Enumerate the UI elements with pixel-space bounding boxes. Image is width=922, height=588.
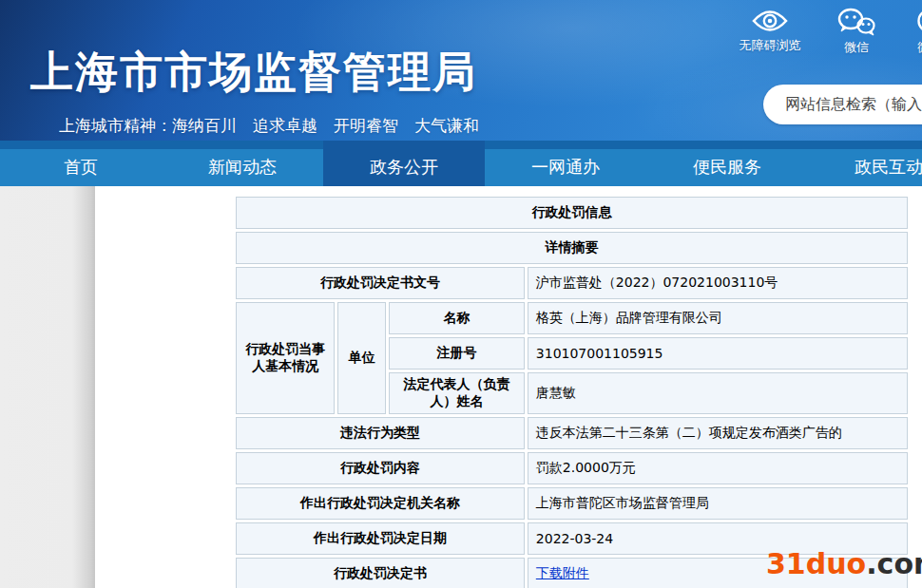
nav-item-gov-affairs[interactable]: 政务公开: [323, 149, 485, 186]
nav-item-one-stop[interactable]: 一网通办: [485, 149, 646, 186]
legal-rep-label: 法定代表人（负责人）姓名: [389, 372, 525, 414]
watermark-suffix: .com: [866, 547, 922, 580]
nav-item-interaction[interactable]: 政民互动: [808, 149, 922, 186]
penalty-label: 行政处罚内容: [236, 452, 525, 484]
nav-item-home[interactable]: 首页: [0, 149, 162, 186]
weibo-button[interactable]: 微博: [892, 8, 922, 56]
table-row: 违法行为类型 违反本法第二十三条第（二）项规定发布酒类广告的: [236, 417, 908, 449]
accessibility-label: 无障碍浏览: [740, 37, 801, 54]
watermark-brand: 31duo: [766, 547, 866, 580]
search-input[interactable]: [763, 85, 922, 124]
table-row: 详情摘要: [236, 232, 908, 264]
download-attachment-link[interactable]: 下载附件: [536, 565, 589, 580]
violation-value: 违反本法第二十三条第（二）项规定发布酒类广告的: [528, 417, 908, 449]
penalty-table: 行政处罚信息 详情摘要 行政处罚决定书文号 沪市监普处（2022）0720210…: [233, 194, 911, 588]
accessibility-button[interactable]: 无障碍浏览: [720, 8, 819, 54]
main-navbar: 首页 新闻动态 政务公开 一网通办 便民服务 政民互动: [0, 149, 922, 186]
violation-label: 违法行为类型: [236, 417, 525, 449]
wechat-label: 微信: [844, 39, 869, 56]
table-row: 行政处罚当事人基本情况 单位 名称 格英（上海）品牌管理有限公司: [236, 302, 908, 334]
legal-rep-value: 唐慧敏: [528, 372, 908, 414]
weibo-icon: [912, 8, 922, 36]
left-gutter: [0, 186, 95, 588]
page: 上海市市场监督管理局 上海城市精神：海纳百川 追求卓越 开明睿智 大气谦和 无障…: [0, 0, 922, 588]
decision-doc-label: 行政处罚决定书: [236, 558, 525, 588]
reg-no-label: 注册号: [389, 337, 525, 370]
table-row: 法定代表人（负责人）姓名 唐慧敏: [236, 372, 908, 414]
wechat-icon: [836, 8, 876, 36]
party-group-label: 行政处罚当事人基本情况: [236, 302, 335, 414]
name-label: 名称: [389, 302, 525, 334]
table-row: 行政处罚内容 罚款2.0000万元: [236, 452, 908, 484]
watermark: 31duo.com: [766, 547, 922, 580]
table-row: 注册号 310107001105915: [236, 337, 908, 370]
name-value: 格英（上海）品牌管理有限公司: [528, 302, 908, 334]
weibo-label: 微博: [917, 39, 922, 56]
table-subtitle: 详情摘要: [236, 232, 908, 264]
table-row: 作出行政处罚决定机关名称 上海市普陀区市场监督管理局: [236, 487, 908, 520]
nav-item-services[interactable]: 便民服务: [646, 149, 808, 186]
unit-label: 单位: [337, 302, 386, 414]
site-title: 上海市市场监督管理局: [30, 44, 477, 101]
table-row: 行政处罚决定书文号 沪市监普处（2022）072021003110号: [236, 267, 908, 299]
table-row: 行政处罚信息: [236, 197, 908, 229]
table-title: 行政处罚信息: [236, 197, 908, 229]
authority-label: 作出行政处罚决定机关名称: [236, 487, 525, 520]
site-slogan: 上海城市精神：海纳百川 追求卓越 开明睿智 大气谦和: [59, 115, 479, 137]
site-search: [763, 85, 922, 124]
site-header: 上海市市场监督管理局 上海城市精神：海纳百川 追求卓越 开明睿智 大气谦和 无障…: [0, 0, 922, 141]
wechat-button[interactable]: 微信: [825, 8, 888, 56]
reg-no-value: 310107001105915: [528, 337, 908, 370]
doc-no-label: 行政处罚决定书文号: [236, 267, 525, 299]
nav-item-news[interactable]: 新闻动态: [162, 149, 323, 186]
date-label: 作出行政处罚决定日期: [236, 522, 525, 555]
doc-no-value: 沪市监普处（2022）072021003110号: [528, 267, 908, 299]
eye-icon: [751, 8, 789, 34]
authority-value: 上海市普陀区市场监督管理局: [528, 487, 908, 520]
penalty-value: 罚款2.0000万元: [528, 452, 908, 484]
